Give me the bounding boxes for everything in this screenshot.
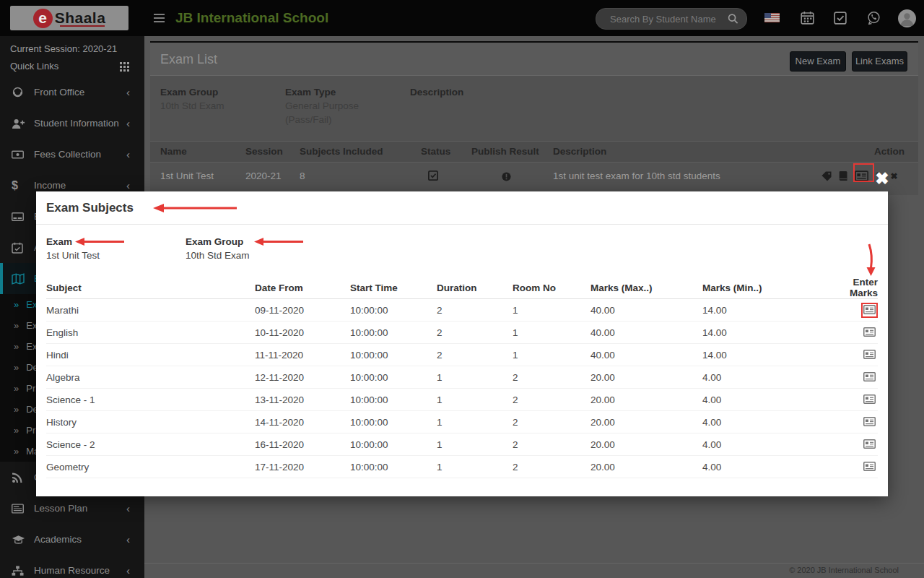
sidebar-item-label: Student Information [34,118,119,129]
annotation-arrow-exam-group [253,237,303,246]
subject-row: Algebra12-11-2020 10:00:001 220.00 4.00 [46,366,878,389]
enter-marks-icon[interactable] [861,437,878,452]
double-chevron-icon: » [14,299,19,310]
chevron-left-icon: ‹ [126,564,130,577]
modal-close-button[interactable]: ✖ [873,168,892,189]
copyright-text: © 2020 JB International School [789,564,899,577]
calendar-check-icon [12,241,26,254]
col-enter-marks: Enter Marks [827,277,878,299]
col-date-from: Date From [255,277,350,299]
modal-exam-label: Exam [46,236,72,247]
headset-icon [12,86,26,99]
search-input[interactable] [609,11,720,27]
task-check-icon[interactable] [834,12,847,27]
subject-row: Science - 216-11-2020 10:00:001 220.00 4… [46,434,878,456]
enter-marks-icon[interactable] [861,348,878,362]
col-duration: Duration [437,277,513,299]
calendar-icon[interactable] [801,11,814,27]
exam-type-label: Exam Type [285,87,336,98]
enter-marks-icon[interactable] [861,325,878,340]
double-chevron-icon: » [14,362,19,373]
footer: © 2020 JB International School [144,563,924,578]
exam-list-title: Exam List [160,43,217,76]
credit-card-icon [12,210,26,223]
rss-icon [12,471,26,484]
sidebar-item-label: Income [34,180,66,191]
open-book-icon [12,272,26,285]
sidebar-item-student-information[interactable]: Student Information‹ [0,108,144,139]
exam-name: 1st Unit Test [160,163,214,189]
sidebar-item-label: Front Office [34,87,84,98]
col-status: Status [421,142,450,162]
modal-exam-group-label: Exam Group [186,236,243,247]
logo[interactable]: e Shaala [10,6,128,30]
status-checked-icon[interactable] [428,171,438,184]
logo-text: Shaala [55,9,106,27]
subject-row: Geometry17-11-2020 10:00:001 220.00 4.00 [46,456,878,478]
search-icon[interactable] [728,13,738,27]
col-subjects-included: Subjects Included [300,142,383,162]
col-name: Name [160,142,187,162]
modal-exam-value: 1st Unit Test [46,250,100,261]
sidebar-item-label: Fees Collection [34,149,101,160]
description-label: Description [410,87,463,98]
enter-marks-icon[interactable] [861,392,878,407]
publish-result-info-icon[interactable] [502,171,511,184]
new-exam-button[interactable]: New Exam [790,51,846,72]
delete-x-icon[interactable]: ✖ [891,171,898,181]
language-flag-icon[interactable] [764,13,780,22]
enter-marks-icon[interactable] [861,370,878,384]
col-subject: Subject [46,277,255,299]
user-avatar[interactable] [898,9,916,27]
chevron-left-icon: ‹ [126,179,130,191]
enter-marks-icon[interactable] [861,415,878,429]
link-exams-button[interactable]: Link Exams [852,51,907,72]
exam-type-value-2: (Pass/Fail) [285,114,332,125]
exam-list-card-header: Exam List New Exam Link Exams [150,43,918,76]
enter-marks-icon[interactable] [861,460,878,474]
modal-divider [36,224,888,225]
annotation-arrow-title [152,203,237,213]
exam-group-value: 10th Std Exam [160,100,225,111]
chevron-left-icon: ‹ [126,502,130,514]
subject-row: Hindi11-11-2020 10:00:002 140.00 14.00 [46,344,878,366]
chevron-left-icon: ‹ [126,117,130,129]
subject-row: Science - 113-11-2020 10:00:001 220.00 4… [46,389,878,411]
exam-row: 1st Unit Test 2020-21 8 1st unit test ex… [150,163,918,189]
sidebar-item-human-resource[interactable]: Human Resource‹ [0,555,144,578]
sidebar-item-label: Academics [34,534,82,545]
modal-exam-group-value: 10th Std Exam [186,250,250,261]
whatsapp-icon[interactable] [867,11,881,27]
tag-icon[interactable] [821,171,832,181]
sidebar-item-lesson-plan[interactable]: Lesson Plan‹ [0,493,144,524]
current-session-label: Current Session: 2020-21 [10,43,117,54]
col-marks-max: Marks (Max..) [590,277,702,299]
col-start-time: Start Time [350,277,437,299]
app-window: e Shaala JB International School Current… [0,0,924,578]
chevron-left-icon: ‹ [126,86,130,98]
col-action: Action [874,142,905,162]
enter-marks-icon[interactable] [861,303,878,318]
chevron-left-icon: ‹ [126,148,130,160]
subject-row: Marathi09-11-2020 10:00:002 140.00 14.00 [46,299,878,322]
school-name: JB International School [175,0,328,36]
sidebar-item-label: Lesson Plan [34,503,87,514]
sidebar-item-fees-collection[interactable]: Fees Collection‹ [0,139,144,170]
col-publish-result: Publish Result [471,142,539,162]
student-search [596,8,747,30]
top-header: e Shaala JB International School [0,0,924,36]
lesson-plan-icon [12,502,26,515]
hamburger-menu-icon[interactable] [154,14,165,25]
subject-row: English10-11-2020 10:00:002 140.00 14.00 [46,322,878,344]
exam-subjects-table-header: Subject Date From Start Time Duration Ro… [46,277,878,299]
book-icon[interactable] [838,171,848,181]
quick-links-grid-icon[interactable] [120,62,122,64]
exam-subjects-count: 8 [300,163,305,189]
subject-row: History14-11-2020 10:00:001 220.00 4.00 [46,411,878,434]
sidebar-item-label: Human Resource [34,565,110,576]
double-chevron-icon: » [14,320,19,331]
sidebar-item-academics[interactable]: Academics‹ [0,524,144,555]
money-bill-icon [12,148,26,161]
quick-links-label[interactable]: Quick Links [10,61,58,72]
sidebar-item-front-office[interactable]: Front Office‹ [0,77,144,108]
